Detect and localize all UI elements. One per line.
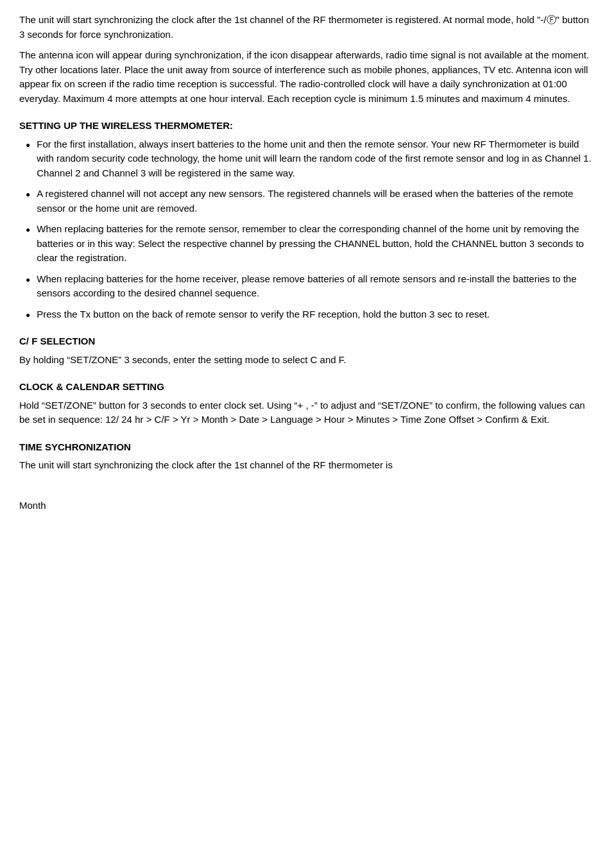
bullet-text-3: When replacing batteries for the remote …	[37, 222, 597, 266]
bullet-text-2: A registered channel will not accept any…	[37, 187, 597, 216]
intro-para1: The unit will start synchronizing the cl…	[19, 13, 597, 42]
time-sync-body: The unit will start synchronizing the cl…	[19, 458, 597, 473]
cf-heading: C/ F SELECTION	[19, 334, 597, 349]
list-item: Press the Tx button on the back of remot…	[26, 307, 597, 322]
bullet-text-4: When replacing batteries for the home re…	[37, 272, 597, 301]
time-sync-heading: TIME SYCHRONIZATION	[19, 440, 597, 455]
footer-month-label: Month	[19, 500, 46, 511]
clock-body: Hold “SET/ZONE” button for 3 seconds to …	[19, 398, 597, 427]
bullet-text-1: For the first installation, always inser…	[37, 137, 597, 181]
bullet-text-5: Press the Tx button on the back of remot…	[37, 307, 490, 322]
clock-section: CLOCK & CALENDAR SETTING Hold “SET/ZONE”…	[19, 380, 597, 427]
cf-section: C/ F SELECTION By holding “SET/ZONE” 3 s…	[19, 334, 597, 367]
list-item: For the first installation, always inser…	[26, 137, 597, 181]
footer-word-container: Month	[19, 499, 597, 513]
list-item: When replacing batteries for the remote …	[26, 222, 597, 266]
list-item: When replacing batteries for the home re…	[26, 272, 597, 301]
document-body: The unit will start synchronizing the cl…	[19, 13, 597, 513]
wireless-section: SETTING UP THE WIRELESS THERMOMETER: For…	[19, 119, 597, 321]
cf-body: By holding “SET/ZONE” 3 seconds, enter t…	[19, 353, 597, 368]
intro-para2: The antenna icon will appear during sync…	[19, 48, 597, 106]
wireless-bullet-list: For the first installation, always inser…	[19, 137, 597, 322]
wireless-heading: SETTING UP THE WIRELESS THERMOMETER:	[19, 119, 597, 133]
clock-heading: CLOCK & CALENDAR SETTING	[19, 380, 597, 395]
time-sync-section: TIME SYCHRONIZATION The unit will start …	[19, 440, 597, 473]
list-item: A registered channel will not accept any…	[26, 187, 597, 216]
